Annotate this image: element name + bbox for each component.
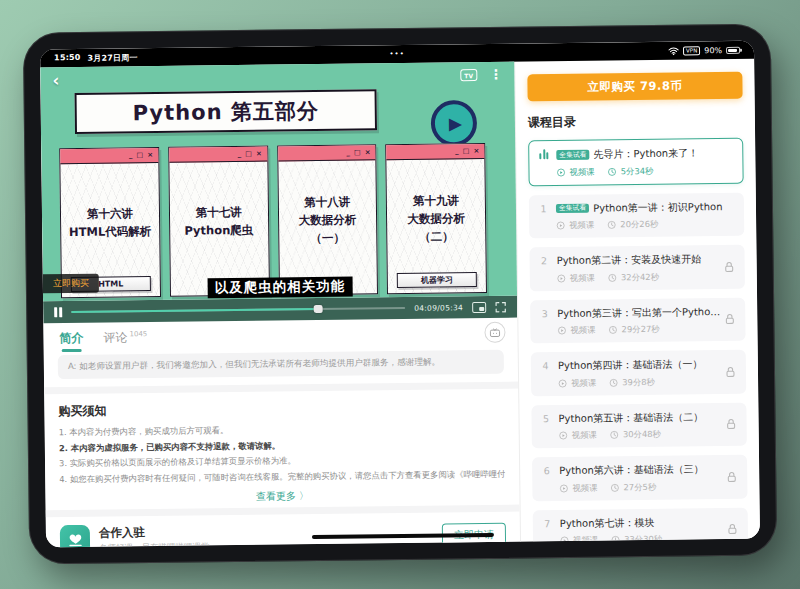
duration-clock-icon [610, 430, 619, 439]
video-type-icon [557, 326, 566, 335]
window-titlebar: _ □ × [169, 147, 267, 163]
lecture-cards: _ □ × 第十六讲 HTML代码解析 HTML [59, 143, 487, 298]
card-line: HTML代码解析 [69, 224, 151, 240]
battery-icon [726, 46, 740, 53]
lesson-list: 全集试看 先导片：Python来了！ 视频课 5分34秒 [528, 138, 749, 542]
lesson-item[interactable]: 1 全集试看 Python第一讲：初识Python 视频课 20分26秒 [529, 192, 745, 238]
duration-clock-icon [609, 378, 618, 387]
tv-face-icon [489, 327, 500, 337]
partner-heart-hand-icon [60, 525, 90, 547]
status-date: 3月27日周一 [87, 52, 137, 64]
lesson-title: Python第七讲：模块 [560, 515, 655, 530]
duration-clock-icon [609, 325, 618, 334]
pause-icon[interactable] [54, 307, 62, 317]
lock-icon [723, 260, 736, 273]
lesson-number: 7 [542, 518, 553, 542]
status-time: 15:50 [54, 52, 81, 63]
lesson-number: 6 [541, 465, 552, 494]
progress-bar[interactable] [71, 307, 405, 314]
time-display: 04:09/05:34 [414, 303, 463, 313]
lesson-duration: 33分30秒 [624, 534, 662, 542]
view-more-link[interactable]: 查看更多 〉 [59, 487, 505, 506]
duration-clock-icon [611, 535, 620, 541]
more-menu-icon[interactable]: ⋮ [489, 69, 502, 81]
window-minimize-icon: _ [238, 150, 242, 158]
lesson-item-active[interactable]: 全集试看 先导片：Python来了！ 视频课 5分34秒 [528, 138, 744, 186]
lesson-type: 视频课 [569, 220, 594, 231]
lesson-title: Python第二讲：安装及快速开始 [557, 252, 702, 268]
video-title-banner: Python 第五部分 [75, 89, 377, 134]
card-line: （一） [310, 231, 345, 246]
window-minimize-icon: _ [346, 149, 350, 157]
lesson-number: 5 [540, 413, 551, 442]
play-button[interactable]: ▶ [431, 100, 478, 147]
lesson-title: Python第三讲：写出第一个Python程序 [557, 305, 724, 321]
lesson-item[interactable]: 3 Python第三讲：写出第一个Python程序 视频课 29分27秒 [530, 297, 746, 343]
back-button[interactable]: ‹ [52, 71, 59, 89]
video-subtitle: 以及爬虫的相关功能 [208, 277, 353, 299]
lesson-type: 视频课 [571, 377, 596, 388]
lesson-item[interactable]: 4 Python第四讲：基础语法（一） 视频课 39分8秒 [531, 350, 747, 396]
lock-icon [723, 313, 736, 326]
lesson-number: 1 [538, 203, 549, 232]
lesson-item[interactable]: 7 Python第七讲：模块 视频课 33分30秒 [533, 507, 749, 541]
buy-course-button[interactable]: 立即购买 79.8币 [527, 72, 742, 102]
lesson-duration: 39分8秒 [622, 376, 655, 387]
card-line: 大数据分析 [407, 211, 465, 227]
fullscreen-icon[interactable] [495, 301, 506, 312]
window-titlebar: _ □ × [60, 148, 158, 164]
duration-clock-icon [610, 483, 619, 492]
window-close-icon: × [256, 150, 262, 158]
customer-service-button[interactable] [484, 322, 505, 343]
lecture-card: _ □ × 第十九讲 大数据分析 （二） 机器学习 [385, 143, 487, 294]
play-icon: ▶ [449, 113, 462, 133]
lesson-title: Python第一讲：初识Python [593, 200, 722, 216]
lesson-item[interactable]: 2 Python第二讲：安装及快速开始 视频课 32分42秒 [529, 245, 745, 291]
lesson-title: Python第六讲：基础语法（三） [559, 462, 704, 478]
window-restore-icon: □ [463, 147, 470, 155]
qa-notice: A: 如老师设置用户群，我们将邀您加入，但我们无法承诺所有老师均提供用户群服务，… [58, 350, 504, 379]
duration-clock-icon [608, 167, 617, 176]
tab-comments-label: 评论 [103, 329, 127, 346]
tab-bar: 简介 评论 1045 [43, 318, 517, 354]
video-type-icon [558, 378, 567, 387]
window-restore-icon: □ [354, 148, 361, 156]
buy-now-tag[interactable]: 立即购买 [43, 274, 99, 294]
lesson-number: 3 [539, 308, 550, 337]
trial-badge: 全集试看 [556, 203, 589, 213]
duration-clock-icon [607, 220, 616, 229]
video-player[interactable]: ‹ TV ⋮ Python 第五部分 ▶ _ [40, 62, 517, 302]
lecture-card: _ □ × 第十八讲 大数据分析 （一） [277, 144, 379, 295]
video-type-icon [556, 221, 565, 230]
window-restore-icon: □ [136, 151, 143, 159]
lock-icon [725, 470, 738, 483]
lesson-item[interactable]: 6 Python第六讲：基础语法（三） 视频课 27分5秒 [532, 455, 748, 501]
battery-percent: 90% [704, 46, 722, 55]
card-line: 第十七讲 [196, 205, 242, 221]
card-line: Python爬虫 [184, 223, 253, 239]
lesson-title: 先导片：Python来了！ [593, 146, 698, 161]
lesson-type: 视频课 [572, 482, 597, 493]
card-button: 机器学习 [397, 272, 477, 288]
wifi-icon [668, 46, 679, 55]
tablet-frame: 15:50 3月27日周一 ••• VPN 90% ‹ [23, 23, 777, 564]
catalog-title: 课程目录 [528, 112, 743, 132]
lesson-item[interactable]: 5 Python第五讲：基础语法（二） 视频课 30分48秒 [531, 402, 747, 448]
window-restore-icon: □ [245, 150, 252, 158]
cast-tv-icon[interactable]: TV [460, 69, 477, 81]
duration-clock-icon [608, 273, 617, 282]
tab-intro[interactable]: 简介 [57, 323, 85, 352]
card-line: 第十八讲 [304, 195, 350, 211]
tab-comments[interactable]: 评论 1045 [103, 329, 147, 347]
now-playing-bars-icon [538, 148, 549, 159]
course-sidebar: 立即购买 79.8币 课程目录 全集试看 先导片：Python来了！ [514, 59, 760, 542]
card-line: 第十六讲 [87, 206, 133, 222]
pip-icon[interactable] [472, 301, 486, 312]
lesson-type: 视频课 [570, 272, 595, 283]
progress-knob[interactable] [314, 305, 323, 313]
lesson-duration: 27分5秒 [623, 481, 656, 492]
lock-icon [725, 418, 738, 431]
video-type-icon [557, 273, 566, 282]
window-close-icon: × [147, 151, 153, 159]
lock-icon [724, 365, 737, 378]
